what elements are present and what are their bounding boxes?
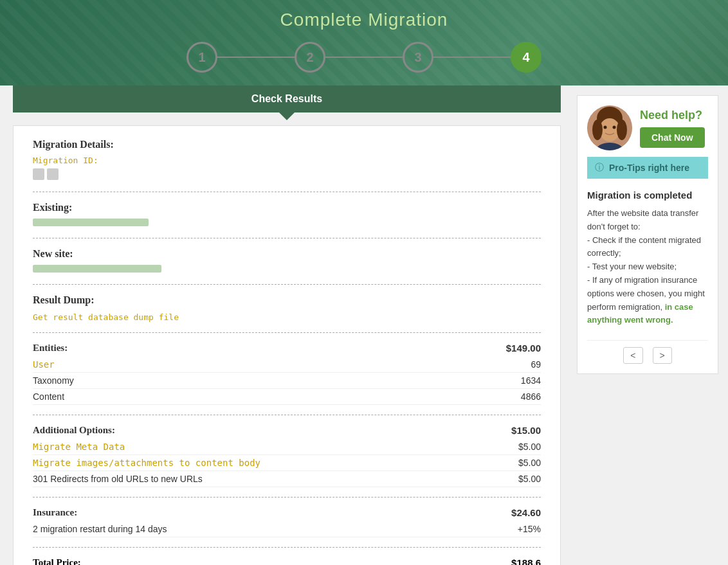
- help-box: Need help? Chat Now ⓘ Pro-Tips right her…: [577, 95, 718, 374]
- entities-title: Entities:: [33, 343, 68, 354]
- need-help-text: Need help?: [640, 109, 702, 122]
- step-connector-1: [217, 57, 295, 58]
- option-row-images: Migrate images/attachments to content bo…: [33, 455, 541, 471]
- divider-5: [33, 415, 541, 415]
- insurance-price: $24.60: [511, 507, 541, 518]
- right-panel: Need help? Chat Now ⓘ Pro-Tips right her…: [574, 85, 728, 565]
- tips-title: Migration is completed: [587, 190, 708, 201]
- option-row-meta: Migrate Meta Data $5.00: [33, 439, 541, 455]
- svg-point-3: [592, 120, 603, 140]
- entity-content-label: Content: [33, 391, 64, 402]
- main-content: Check Results Migration Details: Migrati…: [0, 85, 728, 565]
- result-dump-title: Result Dump:: [33, 294, 541, 306]
- option-redirects-value: $5.00: [518, 474, 541, 484]
- insurance-header: Insurance: $24.60: [33, 507, 541, 518]
- additional-options-title: Additional Options:: [33, 425, 115, 436]
- existing-bar1: [33, 219, 149, 226]
- step-connector-3: [433, 57, 511, 58]
- pro-tips-label: Pro-Tips right here: [609, 163, 689, 173]
- total-row: Total Price: $188.6: [33, 557, 541, 565]
- option-meta-value: $5.00: [518, 442, 541, 452]
- option-row-redirects: 301 Redirects from old URLs to new URLs …: [33, 471, 541, 487]
- total-label: Total Price:: [33, 557, 81, 565]
- nav-arrows: < >: [587, 340, 708, 364]
- new-site-bar1: [33, 265, 161, 273]
- svg-point-7: [613, 126, 616, 129]
- option-redirects-label: 301 Redirects from old URLs to new URLs: [33, 474, 203, 484]
- entity-user-label: User: [33, 359, 55, 370]
- existing-title: Existing:: [33, 202, 541, 213]
- divider-2: [33, 238, 541, 238]
- entity-taxonomy-value: 1634: [521, 375, 541, 386]
- avatar: [587, 105, 632, 150]
- svg-point-4: [617, 120, 627, 140]
- additional-options-price: $15.00: [511, 425, 541, 436]
- total-value: $188.6: [511, 557, 541, 565]
- content-box: Migration Details: Migration ID: Existin…: [13, 125, 561, 565]
- avatar-svg: [587, 105, 632, 150]
- insurance-row-restart: 2 migration restart during 14 days +15%: [33, 521, 541, 537]
- step-1[interactable]: 1: [187, 42, 217, 73]
- option-images-value: $5.00: [518, 458, 541, 468]
- migration-id-label: Migration ID:: [33, 156, 541, 165]
- divider-1: [33, 192, 541, 192]
- step-2[interactable]: 2: [295, 42, 325, 73]
- insurance-restart-value: +15%: [518, 524, 541, 534]
- tips-body: After the website data transfer don't fo…: [587, 207, 708, 327]
- option-meta-label: Migrate Meta Data: [33, 442, 125, 452]
- divider-3: [33, 284, 541, 285]
- tips-content: Migration is completed After the website…: [587, 186, 708, 330]
- divider-6: [33, 497, 541, 498]
- entity-row-user: User 69: [33, 357, 541, 373]
- result-dump-link[interactable]: Get result database dump file: [33, 312, 179, 322]
- svg-point-6: [604, 126, 607, 129]
- insurance-restart-label: 2 migration restart during 14 days: [33, 524, 167, 534]
- prev-tip-button[interactable]: <: [623, 347, 642, 364]
- entity-user-value: 69: [531, 359, 541, 370]
- new-site-title: New site:: [33, 248, 541, 260]
- entity-row-taxonomy: Taxonomy 1634: [33, 373, 541, 389]
- step-4[interactable]: 4: [511, 42, 541, 73]
- divider-7: [33, 547, 541, 548]
- left-panel: Check Results Migration Details: Migrati…: [0, 85, 574, 565]
- migration-details-title: Migration Details:: [33, 139, 541, 150]
- insurance-title: Insurance:: [33, 507, 77, 518]
- step-3[interactable]: 3: [403, 42, 433, 73]
- entity-content-value: 4866: [521, 391, 541, 402]
- step-connector-2: [325, 57, 403, 58]
- option-images-label: Migrate images/attachments to content bo…: [33, 458, 260, 468]
- chat-now-button[interactable]: Chat Now: [640, 127, 705, 148]
- entities-price: $149.00: [506, 343, 541, 354]
- divider-4: [33, 332, 541, 333]
- migration-id-block2: [47, 168, 59, 180]
- next-tip-button[interactable]: >: [653, 347, 672, 364]
- steps-bar: 1 2 3 4: [0, 42, 728, 85]
- entity-taxonomy-label: Taxonomy: [33, 375, 74, 386]
- page-title: Complete Migration: [0, 10, 728, 30]
- help-right: Need help? Chat Now: [640, 109, 705, 148]
- help-header: Need help? Chat Now: [587, 105, 708, 150]
- page-header: Complete Migration 1 2 3 4: [0, 0, 728, 85]
- pro-tips-bar: ⓘ Pro-Tips right here: [587, 157, 708, 179]
- check-results-bar: Check Results: [13, 85, 561, 112]
- info-icon: ⓘ: [595, 162, 604, 174]
- entities-header: Entities: $149.00: [33, 343, 541, 354]
- entity-row-content: Content 4866: [33, 389, 541, 405]
- migration-id-block1: [33, 168, 44, 180]
- additional-options-header: Additional Options: $15.00: [33, 425, 541, 436]
